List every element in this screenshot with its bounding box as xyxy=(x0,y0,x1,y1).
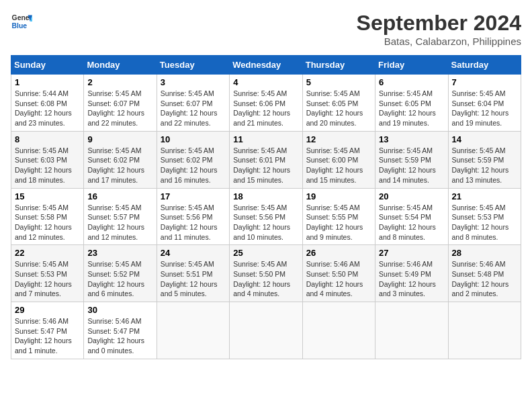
day-info: Sunrise: 5:45 AM Sunset: 5:53 PM Dayligh… xyxy=(452,203,517,242)
day-number: 19 xyxy=(306,191,371,201)
day-info: Sunrise: 5:45 AM Sunset: 5:59 PM Dayligh… xyxy=(452,146,517,185)
calendar-cell: 18Sunrise: 5:45 AM Sunset: 5:56 PM Dayli… xyxy=(230,188,302,245)
day-info: Sunrise: 5:45 AM Sunset: 6:04 PM Dayligh… xyxy=(452,89,517,128)
weekday-header: Monday xyxy=(84,56,157,75)
calendar-cell: 22Sunrise: 5:45 AM Sunset: 5:53 PM Dayli… xyxy=(11,245,84,302)
day-info: Sunrise: 5:45 AM Sunset: 6:00 PM Dayligh… xyxy=(306,146,371,185)
weekday-header: Wednesday xyxy=(230,56,302,75)
calendar-week: 29Sunrise: 5:46 AM Sunset: 5:47 PM Dayli… xyxy=(11,302,521,359)
calendar-cell: 8Sunrise: 5:45 AM Sunset: 6:03 PM Daylig… xyxy=(11,131,84,188)
page-header: General Blue September 2024 Batas, Calab… xyxy=(11,11,521,47)
calendar-week: 8Sunrise: 5:45 AM Sunset: 6:03 PM Daylig… xyxy=(11,131,521,188)
calendar-cell xyxy=(230,302,302,359)
calendar-cell xyxy=(448,302,521,359)
calendar-cell: 14Sunrise: 5:45 AM Sunset: 5:59 PM Dayli… xyxy=(448,131,521,188)
page-title: September 2024 xyxy=(357,11,521,36)
calendar-header: SundayMondayTuesdayWednesdayThursdayFrid… xyxy=(11,56,521,75)
calendar-cell: 20Sunrise: 5:45 AM Sunset: 5:54 PM Dayli… xyxy=(375,188,448,245)
day-number: 1 xyxy=(15,77,80,87)
logo: General Blue xyxy=(11,11,32,32)
calendar-table: SundayMondayTuesdayWednesdayThursdayFrid… xyxy=(11,55,521,359)
calendar-cell: 7Sunrise: 5:45 AM Sunset: 6:04 PM Daylig… xyxy=(448,75,521,132)
calendar-cell: 23Sunrise: 5:45 AM Sunset: 5:52 PM Dayli… xyxy=(84,245,157,302)
day-number: 24 xyxy=(161,248,226,258)
day-number: 16 xyxy=(87,191,152,201)
day-number: 9 xyxy=(87,134,152,144)
day-info: Sunrise: 5:45 AM Sunset: 6:02 PM Dayligh… xyxy=(161,146,226,185)
day-number: 20 xyxy=(379,191,444,201)
calendar-cell: 27Sunrise: 5:46 AM Sunset: 5:49 PM Dayli… xyxy=(375,245,448,302)
calendar-cell xyxy=(302,302,375,359)
day-info: Sunrise: 5:45 AM Sunset: 6:05 PM Dayligh… xyxy=(306,89,371,128)
calendar-cell: 25Sunrise: 5:45 AM Sunset: 5:50 PM Dayli… xyxy=(230,245,302,302)
day-info: Sunrise: 5:45 AM Sunset: 5:51 PM Dayligh… xyxy=(161,259,226,299)
calendar-cell: 21Sunrise: 5:45 AM Sunset: 5:53 PM Dayli… xyxy=(448,188,521,245)
day-number: 15 xyxy=(15,191,80,201)
day-info: Sunrise: 5:45 AM Sunset: 5:55 PM Dayligh… xyxy=(306,203,371,242)
day-info: Sunrise: 5:45 AM Sunset: 5:59 PM Dayligh… xyxy=(379,146,444,185)
day-info: Sunrise: 5:46 AM Sunset: 5:50 PM Dayligh… xyxy=(306,259,371,299)
day-info: Sunrise: 5:45 AM Sunset: 6:07 PM Dayligh… xyxy=(161,89,226,128)
day-info: Sunrise: 5:46 AM Sunset: 5:49 PM Dayligh… xyxy=(379,259,444,299)
calendar-cell: 26Sunrise: 5:46 AM Sunset: 5:50 PM Dayli… xyxy=(302,245,375,302)
day-number: 3 xyxy=(161,77,226,87)
day-number: 10 xyxy=(161,134,226,144)
weekday-header: Sunday xyxy=(11,56,84,75)
day-number: 21 xyxy=(452,191,517,201)
day-info: Sunrise: 5:45 AM Sunset: 5:56 PM Dayligh… xyxy=(161,203,226,242)
day-number: 8 xyxy=(15,134,80,144)
weekday-header: Tuesday xyxy=(157,56,229,75)
day-info: Sunrise: 5:45 AM Sunset: 5:58 PM Dayligh… xyxy=(15,203,80,242)
day-number: 28 xyxy=(452,248,517,258)
calendar-cell xyxy=(157,302,229,359)
day-info: Sunrise: 5:45 AM Sunset: 5:50 PM Dayligh… xyxy=(233,259,298,299)
day-info: Sunrise: 5:44 AM Sunset: 6:08 PM Dayligh… xyxy=(15,89,80,128)
day-info: Sunrise: 5:45 AM Sunset: 6:06 PM Dayligh… xyxy=(233,89,298,128)
weekday-header: Friday xyxy=(375,56,448,75)
calendar-cell: 2Sunrise: 5:45 AM Sunset: 6:07 PM Daylig… xyxy=(84,75,157,132)
calendar-week: 15Sunrise: 5:45 AM Sunset: 5:58 PM Dayli… xyxy=(11,188,521,245)
day-number: 30 xyxy=(87,305,152,315)
logo-icon: General Blue xyxy=(11,11,32,32)
calendar-cell: 12Sunrise: 5:45 AM Sunset: 6:00 PM Dayli… xyxy=(302,131,375,188)
day-info: Sunrise: 5:45 AM Sunset: 6:07 PM Dayligh… xyxy=(87,89,152,128)
day-number: 17 xyxy=(161,191,226,201)
calendar-cell: 1Sunrise: 5:44 AM Sunset: 6:08 PM Daylig… xyxy=(11,75,84,132)
calendar-cell: 19Sunrise: 5:45 AM Sunset: 5:55 PM Dayli… xyxy=(302,188,375,245)
day-number: 13 xyxy=(379,134,444,144)
day-info: Sunrise: 5:45 AM Sunset: 6:03 PM Dayligh… xyxy=(15,146,80,185)
day-number: 5 xyxy=(306,77,371,87)
svg-text:Blue: Blue xyxy=(12,22,28,30)
day-info: Sunrise: 5:45 AM Sunset: 6:02 PM Dayligh… xyxy=(87,146,152,185)
day-info: Sunrise: 5:45 AM Sunset: 5:53 PM Dayligh… xyxy=(15,259,80,299)
weekday-header: Thursday xyxy=(302,56,375,75)
calendar-cell: 15Sunrise: 5:45 AM Sunset: 5:58 PM Dayli… xyxy=(11,188,84,245)
calendar-cell: 10Sunrise: 5:45 AM Sunset: 6:02 PM Dayli… xyxy=(157,131,229,188)
weekday-header: Saturday xyxy=(448,56,521,75)
day-info: Sunrise: 5:46 AM Sunset: 5:47 PM Dayligh… xyxy=(87,316,152,356)
calendar-cell: 24Sunrise: 5:45 AM Sunset: 5:51 PM Dayli… xyxy=(157,245,229,302)
calendar-cell: 16Sunrise: 5:45 AM Sunset: 5:57 PM Dayli… xyxy=(84,188,157,245)
day-info: Sunrise: 5:46 AM Sunset: 5:48 PM Dayligh… xyxy=(452,259,517,299)
day-number: 18 xyxy=(233,191,298,201)
calendar-cell: 5Sunrise: 5:45 AM Sunset: 6:05 PM Daylig… xyxy=(302,75,375,132)
day-number: 11 xyxy=(233,134,298,144)
calendar-cell: 28Sunrise: 5:46 AM Sunset: 5:48 PM Dayli… xyxy=(448,245,521,302)
calendar-cell: 4Sunrise: 5:45 AM Sunset: 6:06 PM Daylig… xyxy=(230,75,302,132)
calendar-cell: 29Sunrise: 5:46 AM Sunset: 5:47 PM Dayli… xyxy=(11,302,84,359)
calendar-cell: 6Sunrise: 5:45 AM Sunset: 6:05 PM Daylig… xyxy=(375,75,448,132)
day-number: 4 xyxy=(233,77,298,87)
day-number: 27 xyxy=(379,248,444,258)
day-info: Sunrise: 5:46 AM Sunset: 5:47 PM Dayligh… xyxy=(15,316,80,356)
calendar-cell: 13Sunrise: 5:45 AM Sunset: 5:59 PM Dayli… xyxy=(375,131,448,188)
page-subtitle: Batas, Calabarzon, Philippines xyxy=(357,36,521,47)
day-number: 7 xyxy=(452,77,517,87)
calendar-cell: 3Sunrise: 5:45 AM Sunset: 6:07 PM Daylig… xyxy=(157,75,229,132)
day-number: 22 xyxy=(15,248,80,258)
day-number: 26 xyxy=(306,248,371,258)
day-number: 25 xyxy=(233,248,298,258)
day-number: 2 xyxy=(87,77,152,87)
day-info: Sunrise: 5:45 AM Sunset: 5:52 PM Dayligh… xyxy=(87,259,152,299)
day-number: 29 xyxy=(15,305,80,315)
calendar-week: 22Sunrise: 5:45 AM Sunset: 5:53 PM Dayli… xyxy=(11,245,521,302)
